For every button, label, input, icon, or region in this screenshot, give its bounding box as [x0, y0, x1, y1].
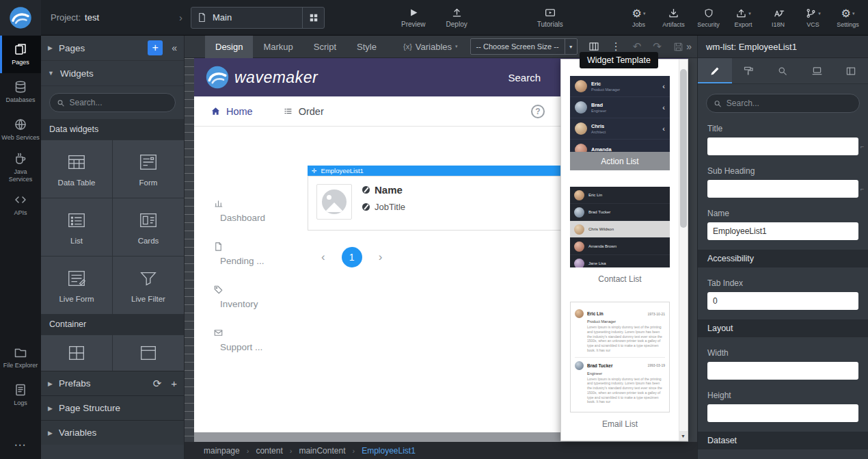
- layout-section-header[interactable]: Layout: [698, 319, 868, 337]
- breadcrumb-employeelist1[interactable]: EmployeeList1: [362, 446, 416, 456]
- name-field[interactable]: [707, 222, 858, 240]
- variables-dropdown[interactable]: {x} Variables ▾: [403, 42, 458, 52]
- rail-item-java-services[interactable]: Java Services: [0, 148, 41, 186]
- template-email-list[interactable]: Eric Lin 1973-10-21 Product Manager Lore…: [570, 302, 670, 412]
- widget-grid-layout[interactable]: [41, 335, 112, 371]
- add-prefab-icon[interactable]: +: [171, 378, 177, 390]
- rail-item-logs[interactable]: Logs: [0, 376, 41, 414]
- collapse-panel-icon[interactable]: «: [172, 42, 177, 53]
- page-selector-value: Main: [213, 12, 232, 23]
- title-field[interactable]: [707, 137, 858, 155]
- tab-more[interactable]: [834, 58, 868, 83]
- item-name-field[interactable]: Name: [375, 184, 403, 196]
- grid-view-icon[interactable]: [302, 8, 324, 28]
- properties-panel-header: wm-list: EmployeeList1: [698, 36, 868, 58]
- breadcrumb-mainpage[interactable]: mainpage: [204, 446, 240, 456]
- tab-markup[interactable]: Markup: [253, 36, 303, 58]
- page-selector[interactable]: Main: [191, 7, 325, 29]
- accessibility-section-header[interactable]: Accessibility: [698, 250, 868, 267]
- widget-list[interactable]: List: [41, 198, 112, 256]
- width-field[interactable]: [707, 362, 858, 380]
- scroll-down-icon[interactable]: ▼: [679, 431, 688, 441]
- widget-search-input[interactable]: [70, 98, 168, 107]
- tab-search-properties[interactable]: [766, 58, 800, 83]
- properties-search-input[interactable]: [727, 99, 852, 108]
- artifacts-label: Artifacts: [662, 21, 685, 28]
- widget-data-table[interactable]: Data Table: [41, 140, 112, 198]
- rail-label: File Explorer: [3, 362, 38, 369]
- preview-button[interactable]: Preview: [401, 7, 426, 28]
- tab-design[interactable]: Design: [205, 36, 253, 58]
- more-options-icon[interactable]: ⋯: [0, 430, 41, 459]
- sidenav-inventory[interactable]: Inventory: [213, 285, 265, 309]
- expand-right-panel-icon[interactable]: »: [686, 41, 692, 52]
- sidenav-dashboard[interactable]: Dashboard: [213, 198, 265, 223]
- refresh-icon[interactable]: ⟳: [153, 378, 162, 390]
- height-field[interactable]: [707, 404, 858, 422]
- security-button[interactable]: Security: [692, 8, 724, 28]
- tab-style[interactable]: Style: [347, 36, 387, 58]
- template-contact-list[interactable]: Eric Lin Brad Tucker Chris Wildson Amand…: [570, 187, 670, 267]
- save-icon[interactable]: [673, 42, 683, 52]
- canvas-layout-icon[interactable]: [588, 41, 599, 52]
- breadcrumb-content[interactable]: content: [256, 446, 282, 456]
- scrollbar-thumb[interactable]: [680, 69, 687, 228]
- dataset-section-header[interactable]: Dataset: [698, 432, 868, 449]
- navbar-search-link[interactable]: Search: [508, 72, 541, 83]
- properties-tabs: [698, 58, 868, 84]
- tab-properties[interactable]: [698, 58, 732, 83]
- sidenav-support[interactable]: Support ...: [213, 328, 265, 352]
- artifacts-button[interactable]: Artifacts: [657, 8, 690, 28]
- add-page-button[interactable]: +: [148, 40, 163, 55]
- deploy-button[interactable]: Deploy: [446, 7, 467, 28]
- export-button[interactable]: ▾ Export: [727, 8, 759, 28]
- pages-section-toggle[interactable]: ▶ Pages + «: [41, 36, 184, 61]
- tabindex-field[interactable]: [707, 292, 858, 310]
- vcs-button[interactable]: ▾ VCS: [797, 8, 829, 28]
- widgets-section-toggle[interactable]: ▼ Widgets: [41, 61, 184, 86]
- bind-property-icon[interactable]: ⌐: [860, 143, 865, 150]
- deploy-label: Deploy: [446, 21, 467, 28]
- jobs-button[interactable]: ⚙▾ Jobs: [623, 8, 655, 28]
- pagination-prev-icon[interactable]: ‹: [321, 250, 325, 264]
- popup-scrollbar[interactable]: ▼: [679, 60, 688, 441]
- i18n-button[interactable]: I18N: [762, 8, 794, 28]
- wavemaker-logo[interactable]: [0, 0, 41, 36]
- page-brand[interactable]: wavemaker: [205, 65, 318, 90]
- rail-item-file-explorer[interactable]: File Explorer: [0, 339, 41, 376]
- chevron-right-icon[interactable]: ›: [179, 12, 182, 23]
- widget-live-form[interactable]: Live Form: [41, 257, 112, 314]
- prefabs-section-toggle[interactable]: ▶ Prefabs ⟳ +: [41, 371, 184, 395]
- bind-property-icon[interactable]: ⌐: [860, 185, 865, 192]
- tab-styles[interactable]: [732, 58, 766, 83]
- rail-item-web-services[interactable]: Web Services: [0, 111, 41, 148]
- tab-device[interactable]: [800, 58, 834, 83]
- rail-item-databases[interactable]: Databases: [0, 73, 41, 111]
- pagination-page-1[interactable]: 1: [342, 247, 362, 267]
- subheading-field[interactable]: [707, 180, 858, 198]
- template-action-list[interactable]: EricProduct Manager ‹ BradEngineer ‹ Chr…: [570, 76, 670, 170]
- list-item-texts: Name JobTitle: [362, 184, 405, 212]
- data-table-icon: [66, 152, 87, 172]
- tab-script[interactable]: Script: [303, 36, 347, 58]
- breadcrumb-maincontent[interactable]: mainContent: [299, 446, 345, 456]
- widget-live-filter[interactable]: Live Filter: [113, 257, 184, 314]
- variables-section-toggle[interactable]: ▶ Variables: [41, 420, 184, 445]
- page-structure-section-toggle[interactable]: ▶ Page Structure: [41, 395, 184, 420]
- widget-cards[interactable]: Cards: [113, 198, 184, 256]
- pagination-next-icon[interactable]: ›: [379, 250, 383, 264]
- tutorials-button[interactable]: Tutorials: [537, 7, 563, 28]
- help-icon[interactable]: ?: [531, 105, 545, 118]
- paint-roller-icon: [743, 65, 755, 77]
- rail-item-pages[interactable]: Pages: [0, 36, 41, 73]
- rail-label: Databases: [5, 96, 35, 103]
- sidenav-pending[interactable]: Pending ...: [213, 241, 265, 266]
- rail-item-apis[interactable]: APIs: [0, 186, 41, 224]
- settings-button[interactable]: ⚙▾ Settings: [832, 8, 864, 28]
- security-label: Security: [697, 21, 720, 28]
- nav-link-order[interactable]: Order: [283, 106, 324, 117]
- nav-link-home[interactable]: Home: [211, 106, 253, 117]
- widget-layout[interactable]: [113, 335, 184, 371]
- widget-form[interactable]: Form: [113, 140, 184, 198]
- item-jobtitle-field[interactable]: JobTitle: [375, 202, 405, 212]
